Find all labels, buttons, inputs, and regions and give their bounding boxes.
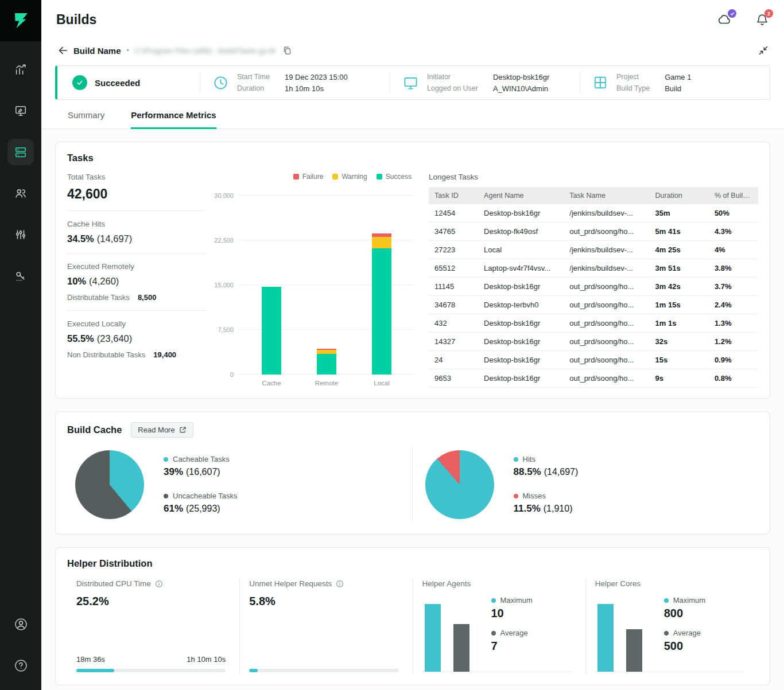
collapse-button[interactable]	[759, 46, 768, 55]
longest-tasks-table: Task ID Agent Name Task Name Duration % …	[429, 187, 758, 388]
back-button[interactable]	[57, 45, 68, 56]
info-icon[interactable]	[155, 580, 163, 588]
table-cell: out_prd/soong/ho...	[564, 223, 649, 241]
x-label-cache: Cache	[244, 380, 299, 387]
uncacheable-legend-item: Uncacheable Tasks 61%(25,993)	[164, 492, 238, 514]
cache-hits-label: Cache Hits	[67, 220, 206, 228]
bar-segment-success	[317, 354, 336, 375]
table-cell: 14327	[429, 333, 478, 351]
total-tasks-label: Total Tasks	[67, 173, 206, 181]
distributed-cpu-time-section: Distributed CPU Time 25.2% 18m 36s 1h 10…	[67, 578, 239, 675]
table-cell: 15s	[650, 351, 709, 369]
build-monitor-icon	[14, 104, 27, 117]
legend-warning: Warning	[332, 173, 367, 181]
tab-summary[interactable]: Summary	[68, 110, 104, 129]
cores-max-bar	[597, 604, 614, 672]
read-more-button[interactable]: Read More	[131, 422, 193, 438]
executed-locally-value: 55.5%(23,640)	[67, 333, 206, 344]
cpu-time-value: 25.2%	[76, 595, 226, 608]
executed-remotely-value: 10%(4,260)	[67, 276, 206, 287]
cpu-time-label: Distributed CPU Time	[76, 579, 151, 588]
avg-dot	[664, 631, 669, 636]
sidebar	[0, 0, 41, 690]
table-row[interactable]: 9653Desktop-bsk16grout_prd/soong/ho...9s…	[429, 369, 758, 388]
table-row[interactable]: 432Desktop-bsk16grout_prd/soong/ho...1m …	[429, 314, 758, 333]
table-row[interactable]: 14327Desktop-bsk16grout_prd/soong/ho...3…	[429, 333, 758, 351]
sidebar-item-analytics[interactable]	[7, 56, 34, 83]
logged-user-label: Logged on User	[427, 84, 478, 93]
initiator-label: Initiator	[427, 73, 478, 81]
build-status-banner: Succeeded Start Time 19 Dec 2023 15:00 D…	[55, 65, 770, 100]
tasks-stats: Total Tasks 42,600 Cache Hits 34.5%(14,6…	[67, 173, 212, 388]
col-task-name[interactable]: Task Name	[564, 187, 649, 204]
copy-button[interactable]	[282, 46, 292, 56]
table-cell: Desktop-bsk16gr	[478, 278, 564, 296]
table-row[interactable]: 34765Desktop-fk49osfout_prd/soong/ho...5…	[429, 223, 758, 241]
hits-dot	[514, 457, 518, 462]
executed-locally-label: Executed Locally	[67, 319, 206, 328]
sidebar-item-users[interactable]	[7, 180, 34, 206]
col-duration[interactable]: Duration	[650, 187, 709, 204]
divider	[412, 448, 413, 521]
helper-agents-chart: Maximum 10 Average 7	[422, 596, 572, 672]
tab-performance-metrics[interactable]: Performance Metrics	[131, 110, 216, 129]
duration-value: 1h 10m 10s	[285, 84, 348, 93]
sidebar-item-license[interactable]	[7, 263, 34, 289]
project-label: Project	[616, 73, 650, 81]
notifications-button[interactable]: 2	[755, 13, 769, 26]
table-cell: 27223	[429, 241, 478, 259]
col-pct-of-build[interactable]: % of Build...	[709, 187, 758, 204]
y-axis: 30,000 22,500 15,000 7,500 0	[212, 196, 239, 375]
table-cell: 4m 25s	[650, 241, 709, 259]
cloud-check-badge	[728, 9, 736, 18]
longest-tasks-title: Longest Tasks	[429, 173, 758, 181]
col-agent-name[interactable]: Agent Name	[478, 187, 564, 204]
cores-avg-bar	[626, 629, 642, 672]
table-cell: Laptop-sv4r7f4vsv...	[478, 259, 564, 278]
sidebar-help-button[interactable]	[7, 652, 34, 679]
bar-local	[354, 196, 409, 375]
help-icon	[14, 659, 28, 672]
y-tick: 15,000	[214, 282, 234, 289]
legend-success: Success	[377, 173, 412, 181]
helper-agents-label: Helper Agents	[422, 579, 471, 588]
table-row[interactable]: 65512Laptop-sv4r7f4vsv.../jenkins/builds…	[429, 259, 758, 278]
table-cell: out_prd/soong/ho...	[564, 314, 649, 333]
table-cell: /jenkins/buildsev-...	[564, 204, 649, 223]
agents-max-value: 10	[491, 607, 533, 620]
cloud-status-button[interactable]	[716, 13, 732, 26]
cores-avg-legend: Average 500	[664, 629, 705, 653]
uncacheable-dot	[164, 494, 168, 498]
tasks-stacked-bar-chart: Failure Warning Success	[212, 173, 414, 388]
table-row[interactable]: 34678Desktop-terbvh0out_prd/soong/ho...1…	[429, 296, 758, 314]
table-row[interactable]: 27223Local/jenkins/buildsev-...4m 25s4%	[429, 241, 758, 259]
misses-legend-item: Misses 11.5%(1,910)	[514, 492, 579, 514]
start-time-label: Start Time	[237, 73, 270, 81]
unmet-requests-progress-bar	[249, 669, 398, 672]
app-logo[interactable]	[0, 0, 41, 41]
sidebar-user-avatar[interactable]	[7, 611, 34, 637]
sidebar-item-build-monitor[interactable]	[7, 98, 34, 124]
table-cell: 50%	[709, 204, 758, 223]
table-cell: 3.7%	[709, 278, 758, 296]
logo-icon	[11, 10, 30, 31]
analytics-icon	[14, 63, 27, 76]
page-title: Builds	[56, 12, 96, 28]
table-cell: 32s	[650, 333, 709, 351]
table-cell: Desktop-bsk16gr	[478, 351, 564, 369]
table-row[interactable]: 24Desktop-bsk16grout_prd/soong/ho...15s0…	[429, 351, 758, 369]
cacheable-pie-chart	[75, 450, 144, 519]
col-task-id[interactable]: Task ID	[429, 187, 478, 204]
cacheable-tasks-section: Cacheable Tasks 39%(16,607) Uncacheable …	[67, 446, 409, 524]
table-cell: 34678	[429, 296, 478, 314]
table-row[interactable]: 12454Desktop-bsk16gr/jenkins/buildsev-..…	[429, 204, 758, 223]
info-icon[interactable]	[336, 580, 344, 588]
table-cell: Desktop-terbvh0	[478, 296, 564, 314]
table-cell: 3.8%	[709, 259, 758, 278]
table-cell: 35m	[650, 204, 709, 223]
table-row[interactable]: 11145Desktop-bsk16grout_prd/soong/ho...3…	[429, 278, 758, 296]
sidebar-item-builds[interactable]	[7, 139, 34, 165]
sidebar-item-settings[interactable]	[7, 221, 34, 248]
hits-legend-item: Hits 88.5%(14,697)	[514, 455, 579, 478]
agents-avg-value: 7	[491, 640, 533, 653]
